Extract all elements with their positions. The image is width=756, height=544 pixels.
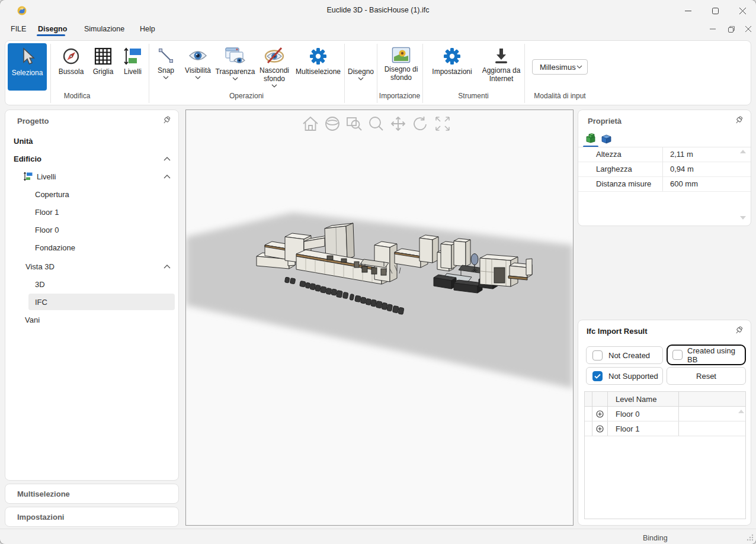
- title-bar[interactable]: Euclide 3D - BasicHouse (1).ifc: [0, 0, 756, 21]
- status-bar: Binding: [0, 529, 756, 544]
- chevron-up-icon[interactable]: [164, 265, 171, 269]
- group-label-importazione: Importazione: [377, 92, 422, 100]
- disegno-di-sfondo-button[interactable]: Disegno di sfondo: [379, 43, 423, 91]
- checkbox-unchecked[interactable]: [592, 350, 603, 360]
- ifc-panel-title: Ifc Import Result: [587, 327, 648, 336]
- orbit-icon[interactable]: [326, 117, 339, 130]
- chevron-down-icon: [163, 76, 169, 79]
- checkbox-checked[interactable]: [592, 371, 603, 381]
- scroll-up-icon[interactable]: [738, 409, 745, 414]
- ifc-import-result-panel: Ifc Import Result Not Created Created us…: [578, 320, 751, 526]
- restore-button-secondary[interactable]: [722, 21, 740, 37]
- bussola-button[interactable]: Bussola: [55, 43, 87, 91]
- maximize-button[interactable]: [701, 0, 729, 21]
- status-binding: Binding: [643, 534, 668, 542]
- tree-item-ifc-selected[interactable]: IFC: [5, 293, 178, 311]
- pan-icon[interactable]: [392, 117, 405, 130]
- rotate-view-icon[interactable]: [414, 117, 426, 130]
- multiselezione-button[interactable]: Multiselezione: [294, 43, 342, 91]
- menu-simulazione[interactable]: Simulazione: [82, 24, 127, 34]
- tree-item-floor-1[interactable]: Floor 1: [5, 203, 178, 221]
- tree-item-vista-3d[interactable]: Vista 3D: [5, 257, 178, 275]
- tree-item-livelli[interactable]: Livelli: [5, 168, 178, 185]
- scroll-up-icon[interactable]: [739, 149, 747, 154]
- chevron-up-icon[interactable]: [164, 175, 171, 179]
- minimize-button-secondary[interactable]: [704, 21, 722, 37]
- window-title: Euclide 3D - BasicHouse (1).ifc: [0, 6, 756, 14]
- nascondi-sfondo-button[interactable]: Nascondi sfondo: [256, 43, 293, 91]
- reset-button[interactable]: Reset: [667, 367, 746, 385]
- close-button[interactable]: [729, 0, 756, 21]
- expand-plus-icon[interactable]: [596, 425, 604, 433]
- expand-plus-icon[interactable]: [596, 410, 604, 418]
- column-header-level-name: Level Name: [616, 395, 656, 404]
- ribbon: Seleziona Bussola Griglia: [5, 40, 751, 105]
- livelli-button[interactable]: Livelli: [119, 43, 146, 91]
- input-mode-combobox[interactable]: Millesimus: [532, 59, 588, 75]
- viewport-3d[interactable]: [185, 110, 574, 526]
- zoom-window-icon[interactable]: [347, 118, 361, 130]
- table-row-floor-1[interactable]: Floor 1: [585, 421, 745, 436]
- tree-item-copertura[interactable]: Copertura: [5, 185, 178, 203]
- close-button-secondary[interactable]: [739, 21, 756, 37]
- disegno-dropdown-button[interactable]: Disegno: [347, 43, 375, 91]
- group-label-strumenti: Strumenti: [422, 92, 524, 100]
- home-view-icon[interactable]: [303, 117, 318, 130]
- table-row-floor-0[interactable]: Floor 0: [585, 407, 745, 421]
- scroll-down-icon[interactable]: [739, 215, 747, 220]
- aggiorna-da-internet-button[interactable]: Aggiorna da Internet: [478, 43, 524, 91]
- chevron-down-icon: [358, 77, 364, 81]
- chevron-up-icon[interactable]: [164, 157, 171, 161]
- gear-icon: [309, 47, 328, 66]
- properties-panel-title: Proprietà: [588, 117, 622, 125]
- pin-icon[interactable]: [734, 326, 744, 335]
- input-mode-value: Millesimus: [540, 63, 576, 72]
- checkbox-unchecked[interactable]: [672, 350, 683, 360]
- property-value: 0,94 m: [670, 165, 694, 173]
- tree-item-edificio[interactable]: Edificio: [5, 150, 178, 168]
- tree-item-floor-0[interactable]: Floor 0: [5, 221, 178, 239]
- impostazioni-panel-header[interactable]: Impostazioni: [5, 507, 179, 527]
- not-supported-checkbox[interactable]: Not Supported: [586, 367, 663, 385]
- levels-icon: [23, 172, 33, 181]
- trasparenza-button[interactable]: Trasparenza: [216, 43, 255, 91]
- chevron-down-icon: [232, 77, 238, 81]
- tree-item-fondazione[interactable]: Fondazione: [5, 239, 178, 256]
- snap-line-icon: [157, 47, 175, 65]
- zoom-icon[interactable]: [370, 117, 383, 130]
- pin-icon[interactable]: [162, 115, 171, 125]
- multiselezione-panel-header[interactable]: Multiselezione: [5, 484, 179, 504]
- impostazioni-button[interactable]: Impostazioni: [427, 43, 477, 91]
- property-label: Distanza misure: [596, 179, 651, 188]
- tree-item-3d[interactable]: 3D: [5, 275, 178, 293]
- not-created-checkbox[interactable]: Not Created: [586, 346, 663, 364]
- menu-file[interactable]: FILE: [8, 24, 28, 34]
- menu-help[interactable]: Help: [137, 24, 158, 34]
- active-tab-underline: [37, 34, 65, 36]
- gear-icon: [443, 47, 462, 66]
- expand-view-icon[interactable]: [436, 117, 449, 130]
- resize-grip[interactable]: [747, 534, 754, 541]
- scene-3d: [186, 110, 573, 525]
- chevron-down-icon: [576, 65, 582, 69]
- griglia-button[interactable]: Griglia: [88, 43, 118, 91]
- tree-item-unita[interactable]: Unità: [5, 132, 178, 150]
- tab-green-cubes-icon[interactable]: [584, 133, 597, 144]
- created-using-bb-checkbox[interactable]: Created using BB: [667, 345, 746, 365]
- menu-disegno-active[interactable]: Disegno: [36, 24, 69, 34]
- group-label-operazioni: Operazioni: [149, 92, 344, 100]
- seleziona-button[interactable]: Seleziona: [8, 43, 47, 91]
- tree-item-vani[interactable]: Vani: [5, 311, 178, 329]
- levels-icon: [123, 47, 142, 66]
- snap-button[interactable]: Snap: [152, 43, 180, 91]
- tab-blue-cube-icon[interactable]: [601, 133, 612, 144]
- pin-icon[interactable]: [734, 115, 744, 125]
- eye-icon: [188, 47, 208, 65]
- group-label-modifica: Modifica: [5, 92, 149, 100]
- visibilita-button[interactable]: Visibilità: [181, 43, 215, 91]
- project-panel: Progetto Unità Edificio Livelli Copertur…: [5, 110, 179, 481]
- app-window: Euclide 3D - BasicHouse (1).ifc FILE Dis…: [0, 0, 756, 544]
- group-label-modalita-di-input: Modalità di input: [524, 92, 595, 100]
- minimize-button[interactable]: [674, 0, 701, 21]
- shadow-plane: [186, 213, 573, 388]
